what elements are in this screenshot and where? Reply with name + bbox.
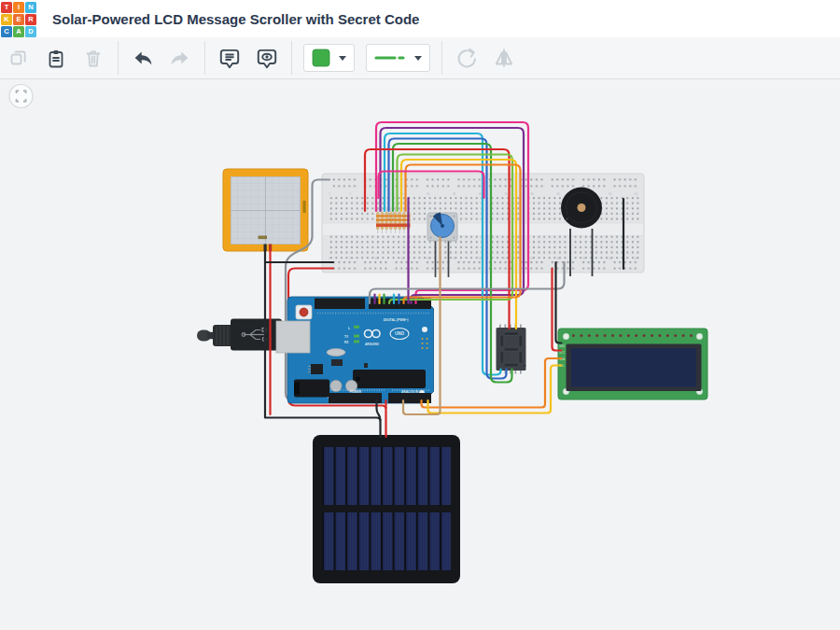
notes-button[interactable] [214, 42, 245, 74]
usb-port [276, 321, 310, 353]
svg-text:20: 20 [427, 192, 430, 196]
crystal-oscillator [327, 349, 345, 357]
trash-icon [82, 47, 105, 69]
toolbar-divider [441, 41, 442, 75]
wire-type-dropdown[interactable] [366, 44, 430, 72]
svg-text:40: 40 [530, 257, 534, 260]
delete-button[interactable] [77, 42, 109, 74]
copy-button[interactable] [3, 42, 35, 74]
svg-text:35: 35 [505, 192, 509, 196]
logo-cell: T [1, 2, 12, 13]
buzzer-plus-label: + [566, 216, 568, 221]
notes-icon [217, 46, 242, 70]
toolbar [0, 37, 840, 79]
wire-style-icon [374, 49, 406, 67]
svg-text:20: 20 [427, 257, 430, 260]
toggle-annotations-button[interactable] [251, 42, 283, 74]
toolbar-divider [291, 41, 292, 75]
voltage-regulator [311, 364, 323, 374]
tinkercad-logo[interactable]: T I N K E R C A D [1, 2, 36, 37]
wire-yellow-lcd[interactable] [428, 366, 562, 413]
seven-segment-display[interactable] [497, 325, 526, 374]
analog-label: ANALOG IN [401, 390, 419, 394]
copy-icon [7, 47, 30, 69]
svg-text:60: 60 [635, 257, 638, 260]
logo-cell: R [25, 14, 36, 25]
digital-label: DIGITAL (PWM~) [384, 318, 409, 322]
led-l-label: L [348, 327, 350, 330]
lcd-screen [571, 348, 696, 387]
svg-text:60: 60 [635, 192, 638, 196]
rotate-icon [455, 46, 479, 70]
redo-icon [168, 46, 192, 70]
svg-text:30: 30 [479, 257, 483, 260]
analog-header [388, 393, 431, 403]
svg-text:15: 15 [400, 257, 404, 260]
logo-cell: N [25, 2, 36, 13]
zoom-to-fit-button[interactable] [9, 85, 33, 108]
circuit-canvas[interactable]: 151015202530354045505560 151015202530354… [0, 79, 840, 630]
annotations-eye-icon [255, 46, 279, 70]
atmega-chip [353, 370, 426, 388]
logo-cell: K [1, 14, 12, 25]
arduino-uno[interactable]: DIGITAL (PWM~) L TX RX ARDUINO UNO POWER… [276, 297, 434, 403]
svg-text:50: 50 [582, 257, 586, 260]
undo-icon [131, 46, 155, 70]
undo-button[interactable] [127, 42, 159, 74]
design-title[interactable]: Solar-Powered LCD Message Scroller with … [52, 11, 419, 27]
logo-cell: D [25, 26, 36, 37]
chevron-down-icon [414, 56, 422, 61]
reset-button [300, 308, 308, 316]
arduino-brand-label: ARDUINO [365, 343, 379, 346]
color-swatch-icon [312, 49, 330, 67]
buzzer-minus-label: - [596, 216, 598, 221]
logo-cell: E [13, 14, 24, 25]
svg-text:55: 55 [609, 192, 612, 196]
logo-cell: I [13, 2, 24, 13]
panel-side-label [303, 201, 306, 213]
chevron-down-icon [339, 56, 346, 61]
logo-cell: A [13, 26, 24, 37]
power-label: POWER [350, 390, 362, 394]
mirror-flip-icon [492, 46, 516, 70]
svg-text:25: 25 [453, 192, 456, 196]
svg-text:10: 10 [374, 257, 378, 260]
power-header [329, 393, 382, 403]
rotate-button[interactable] [451, 42, 483, 74]
solar-panel[interactable] [313, 435, 460, 583]
panel-pin-label [259, 236, 268, 240]
svg-text:30: 30 [479, 192, 483, 196]
svg-text:45: 45 [556, 192, 560, 196]
digital-header-left [315, 299, 365, 310]
toolbar-divider [118, 41, 119, 75]
svg-text:GND: GND [559, 344, 565, 348]
svg-text:45: 45 [556, 257, 560, 260]
solar-cell-panel[interactable] [223, 169, 308, 251]
svg-text:55: 55 [609, 257, 612, 260]
toolbar-divider [204, 41, 205, 75]
paste-icon [45, 47, 67, 69]
logo-cell: C [1, 26, 12, 37]
svg-text:40: 40 [530, 192, 534, 196]
mirror-button[interactable] [488, 42, 520, 74]
usb-cable[interactable] [197, 319, 282, 351]
redo-button[interactable] [164, 42, 196, 74]
svg-text:25: 25 [453, 257, 456, 260]
lcd-display[interactable]: GND VCC SDA SCL [558, 329, 707, 399]
component-color-dropdown[interactable] [303, 44, 355, 72]
app-header: T I N K E R C A D Solar-Powered LCD Mess… [0, 0, 840, 37]
uno-label: UNO [395, 331, 405, 336]
svg-text:35: 35 [505, 257, 509, 260]
paste-button[interactable] [40, 42, 72, 74]
